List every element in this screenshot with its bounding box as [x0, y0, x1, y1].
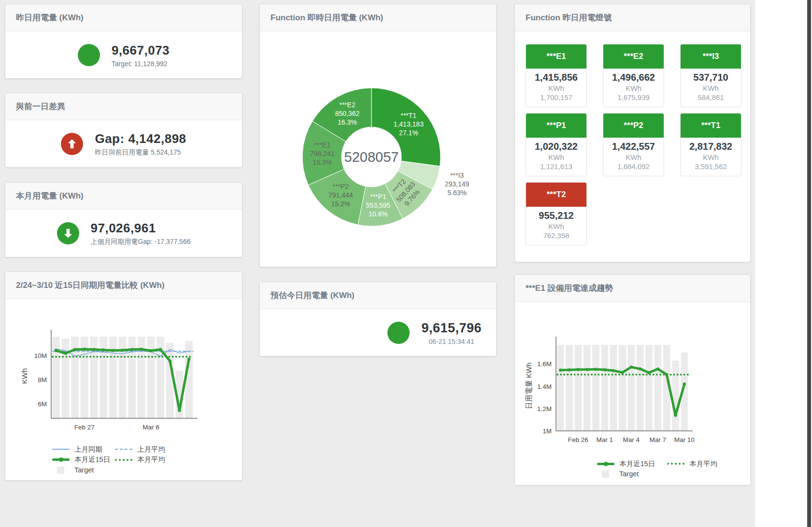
lamp-tile-body: 955,212 KWh 762,358 [526, 207, 586, 245]
legend-item-target[interactable]: Target [597, 469, 667, 479]
lamp-tile-unit: KWh [527, 222, 585, 230]
comparison-line-chart[interactable]: 6M8M10MFeb 27Mar 6KWh [5, 324, 242, 439]
scrollbar[interactable] [807, 0, 811, 527]
legend-swatch-blue-dash [115, 449, 132, 450]
legend-item-target[interactable]: Target [52, 465, 115, 475]
lamp-tile-unit: KWh [527, 153, 585, 161]
lamp-tile-target: 1,684,092 [604, 162, 663, 171]
metric-text: 9,615,796 06-21 15:34:41 [421, 321, 482, 345]
legend-label: 本月近15日 [619, 459, 655, 469]
lamp-tile-header: ***I3 [681, 44, 741, 69]
lamp-tile-body: 2,817,832 KWh 3,591,562 [681, 138, 741, 176]
lamp-tile-name: ***E1 [546, 52, 566, 61]
legend-item-prev-average[interactable]: 上月平均 [115, 444, 178, 455]
svg-text:Mar 1: Mar 1 [597, 436, 613, 443]
lamp-tile-unit: KWh [682, 84, 740, 92]
legend-label: 上月平均 [137, 444, 165, 455]
lamp-tile-name: ***I3 [702, 52, 719, 61]
lamp-grid: ***E1 1,415,856 KWh 1,700,157 ***E2 1,49… [515, 31, 750, 245]
legend-label: 本月平均 [137, 455, 165, 465]
legend-swatch-target-square [57, 467, 64, 474]
legend-swatch-green-dot [667, 463, 684, 465]
legend-item-current-average[interactable]: 本月平均 [667, 459, 737, 469]
lamp-tile-name: ***E2 [624, 52, 643, 61]
legend-label: Target [74, 465, 94, 475]
lamp-tile-unit: KWh [682, 153, 740, 161]
legend-swatch-green-dot [115, 459, 132, 461]
metric-text: 9,667,073 Target: 11,128,992 [112, 43, 170, 68]
metric-value: 97,026,961 [91, 221, 191, 236]
arrow-down-circle-icon [57, 222, 79, 244]
card-title: 與前一日差異 [16, 102, 65, 111]
card-estimate-today: 預估今日用電量 (KWh) 9,615,796 06-21 15:34:41 [259, 282, 497, 356]
svg-text:Mar 6: Mar 6 [142, 424, 159, 431]
svg-text:6M: 6M [38, 400, 47, 408]
legend-item-current-15day[interactable]: 本月近15日 [597, 459, 667, 469]
legend-item-current-15day[interactable]: 本月近15日 [52, 455, 115, 465]
legend-row: 上月同期 上月平均 [52, 444, 242, 455]
trend-line-chart[interactable]: 1M1.2M1.4M1.6MFeb 26Mar 1Mar 4Mar 7Mar 1… [515, 328, 750, 452]
metric-timestamp: 06-21 15:34:41 [421, 338, 482, 345]
svg-text:1.6M: 1.6M [537, 360, 552, 368]
card-title: Function 昨日用電燈號 [526, 13, 612, 22]
svg-text:***I3293,1495.63%: ***I3293,1495.63% [445, 171, 470, 197]
status-circle-icon [78, 44, 100, 66]
metric-body: 9,615,796 06-21 15:34:41 [260, 309, 496, 356]
legend-label: Target [619, 469, 639, 479]
lamp-tile-target: 1,700,157 [527, 93, 585, 101]
svg-text:10M: 10M [34, 352, 47, 359]
lamp-tile-body: 1,422,557 KWh 1,684,092 [603, 138, 664, 176]
legend-label: 本月平均 [689, 459, 717, 469]
lamp-tile-value: 955,212 [527, 210, 585, 221]
legend-row: Target [52, 465, 242, 475]
card-title: 昨日用電量 (KWh) [16, 13, 84, 22]
metric-body: 9,667,073 Target: 11,128,992 [5, 31, 242, 79]
svg-text:KWh: KWh [20, 368, 28, 384]
lamp-tile-header: ***P2 [603, 114, 664, 138]
lamp-tile-header: ***E1 [526, 44, 586, 69]
legend-swatch-green-line [597, 463, 614, 465]
metric-text: 97,026,961 上個月同期用電Gap: -17,377,566 [91, 221, 191, 246]
metric-subtitle: Target: 11,128,992 [112, 60, 170, 68]
lamp-tile-target: 1,675,939 [604, 93, 663, 101]
card-header: Function 即時日用電量 (KWh) [260, 4, 496, 31]
lamp-tile-unit: KWh [527, 84, 585, 92]
metric-text: Gap: 4,142,898 昨日與前日用電量 5,524,175 [95, 131, 186, 157]
lamp-tile-body: 1,020,322 KWh 1,121,613 [526, 138, 586, 176]
card-yesterday-usage: 昨日用電量 (KWh) 9,667,073 Target: 11,128,992 [5, 4, 242, 79]
lamp-tile-name: ***T2 [547, 190, 566, 199]
lamp-tile-name: ***P1 [546, 121, 566, 130]
lamp-tile-header: ***P1 [526, 114, 586, 138]
lamp-tile-value: 1,415,856 [527, 72, 585, 83]
legend-item-current-average[interactable]: 本月平均 [115, 455, 178, 465]
card-e1-trend: ***E1 設備用電達成趨勢 1M1.2M1.4M1.6MFeb 26Mar 1… [514, 274, 751, 485]
svg-text:Feb 27: Feb 27 [74, 424, 95, 431]
legend-item-prev-period[interactable]: 上月同期 [52, 444, 115, 455]
card-title: 預估今日用電量 (KWh) [271, 291, 355, 300]
svg-text:Mar 10: Mar 10 [674, 436, 695, 443]
svg-text:1.4M: 1.4M [537, 383, 552, 390]
lamp-tile-value: 1,496,662 [604, 72, 663, 83]
card-header: 與前一日差異 [5, 93, 242, 120]
lamp-tile-body: 1,415,856 KWh 1,700,157 [526, 69, 586, 107]
lamp-tile-i3: ***I3 537,710 KWh 584,861 [680, 44, 741, 107]
svg-text:1M: 1M [542, 427, 552, 435]
lamp-tile-header: ***T1 [681, 114, 741, 138]
svg-text:Mar 4: Mar 4 [623, 436, 640, 443]
legend-row: 本月近15日 本月平均 [52, 455, 242, 465]
lamp-tile-body: 537,710 KWh 584,861 [681, 69, 741, 107]
legend-swatch-blue-line [52, 449, 70, 450]
svg-text:Feb 26: Feb 26 [568, 436, 588, 443]
lamp-tile-name: ***T1 [701, 121, 721, 130]
metric-value: 9,667,073 [112, 43, 170, 58]
arrow-up-circle-icon [61, 133, 83, 155]
metric-body: Gap: 4,142,898 昨日與前日用電量 5,524,175 [5, 120, 242, 168]
lamp-tile-body: 1,496,662 KWh 1,675,939 [603, 69, 664, 107]
card-title: Function 即時日用電量 (KWh) [271, 13, 383, 22]
metric-subtitle: 上個月同期用電Gap: -17,377,566 [91, 238, 191, 246]
metric-subtitle: 昨日與前日用電量 5,524,175 [95, 148, 186, 157]
card-header: Function 昨日用電燈號 [515, 4, 750, 31]
svg-text:Mar 7: Mar 7 [650, 436, 667, 443]
donut-chart[interactable]: ***T11,413,18327.1%***I3293,1495.63%***T… [260, 31, 496, 265]
svg-text:1.2M: 1.2M [537, 405, 552, 413]
